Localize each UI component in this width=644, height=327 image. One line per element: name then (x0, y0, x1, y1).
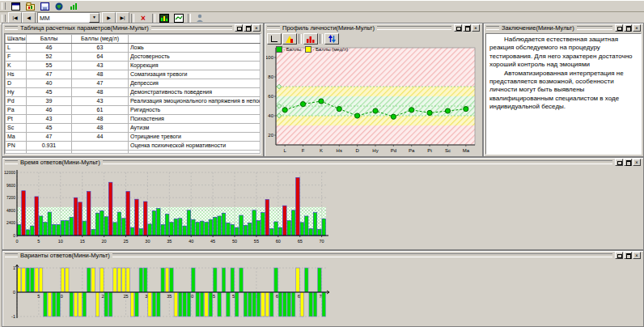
float-panel-icon[interactable] (454, 24, 462, 32)
header-line (577, 26, 612, 30)
svg-text:K: K (320, 148, 323, 153)
last-record-button[interactable]: ▶| (116, 12, 129, 23)
svg-text:40: 40 (268, 113, 273, 118)
table-row[interactable]: Ma4744Отрицание тревоги (6, 133, 261, 142)
open-report-icon[interactable] (23, 1, 36, 11)
panel-buttons: × (235, 24, 261, 32)
float-panel-icon[interactable] (615, 159, 623, 166)
parameters-table-container: ШкалыБаллыБаллы (мед/л) L4663ЛожьF5264До… (4, 33, 261, 155)
svg-text:45: 45 (210, 239, 215, 244)
maximize-panel-icon[interactable] (624, 24, 632, 32)
svg-text:1: 1 (13, 265, 15, 270)
subject-info-icon[interactable] (193, 13, 206, 23)
column-header[interactable]: Баллы (мед/л) (72, 35, 129, 44)
record-combobox[interactable]: ММ ▼ (37, 12, 100, 23)
response-times-chart: 0510152025303540455055606570024004800720… (4, 168, 642, 248)
maximize-panel-icon[interactable] (244, 24, 252, 32)
table-row[interactable]: Pd3943Реализация эмоционального напряжен… (6, 97, 261, 106)
panel-title: Профиль личности(Мини-Мульт) (282, 24, 375, 32)
close-panel-icon[interactable]: × (633, 24, 641, 32)
chart-toolbar (266, 33, 339, 45)
navigator-grip[interactable] (2, 15, 6, 22)
record-combobox-value: ММ (38, 15, 89, 22)
close-panel-icon[interactable]: × (633, 252, 641, 259)
panel-buttons: × (615, 159, 641, 166)
parameters-table[interactable]: ШкалыБаллыБаллы (мед/л) L4663ЛожьF5264До… (5, 34, 261, 154)
svg-text:4800: 4800 (6, 208, 15, 213)
svg-text:0: 0 (13, 233, 15, 238)
separator (188, 14, 191, 23)
next-record-button[interactable]: ▶ (102, 12, 116, 23)
globe-icon[interactable] (53, 1, 66, 11)
panel-title: Заключение(Мини-Мульт) (502, 24, 574, 32)
panel-parameters-table: Таблица расчетных параметров(Мини-Мульт)… (2, 23, 264, 157)
result-chart-icon[interactable] (158, 13, 171, 23)
svg-text:Pt: Pt (427, 148, 432, 153)
table-row[interactable]: Pa4661Ригидность (6, 106, 261, 115)
table-row[interactable]: F5264Достоверность (6, 53, 261, 62)
table-row[interactable]: D4047Депрессия (6, 79, 261, 88)
close-panel-icon[interactable]: × (633, 159, 641, 166)
table-row[interactable]: L4663Ложь (6, 44, 261, 53)
svg-text:5: 5 (37, 294, 40, 299)
maximize-panel-icon[interactable] (463, 24, 471, 32)
column-header[interactable]: Баллы (27, 35, 72, 44)
panel-buttons: × (615, 24, 641, 32)
svg-text:10: 10 (58, 239, 63, 244)
table-row[interactable]: K5543Коррекция (6, 62, 261, 70)
colored-zones-icon[interactable] (282, 33, 297, 45)
separator (320, 34, 323, 44)
svg-text:L: L (284, 148, 287, 153)
panel-header: Варианты ответов(Мини-Мульт) × (2, 251, 643, 260)
panel-buttons: × (454, 24, 480, 32)
sort-arrows-icon[interactable] (324, 33, 339, 45)
svg-text:20: 20 (102, 239, 107, 244)
chevron-down-icon[interactable]: ▼ (89, 13, 100, 23)
svg-text:0: 0 (13, 290, 15, 295)
close-panel-icon[interactable]: × (472, 24, 480, 32)
table-row[interactable]: Hy4548Демонстративность поведения (6, 88, 261, 97)
separator (131, 14, 134, 23)
header-line (486, 26, 499, 30)
float-panel-icon[interactable] (235, 24, 243, 32)
axes-mode-icon[interactable] (267, 33, 282, 45)
legend-swatch-green (276, 46, 282, 53)
delete-record-button[interactable]: × (137, 13, 150, 23)
statistics-icon[interactable] (67, 1, 80, 11)
svg-text:100: 100 (266, 55, 274, 60)
svg-text:30: 30 (145, 239, 150, 244)
table-row[interactable]: Hs4748Соматизация тревоги (6, 70, 261, 79)
float-panel-icon[interactable] (615, 24, 623, 32)
column-header[interactable]: Шкалы (6, 35, 27, 44)
prev-record-button[interactable]: ◀ (22, 12, 36, 23)
profile-view-icon[interactable] (172, 13, 185, 23)
new-window-icon[interactable] (9, 1, 22, 11)
app-window: { "toolbar": { "record_combo_value": "ММ… (0, 0, 644, 327)
conclusion-text[interactable]: Наблюдается естественная защитная реакци… (485, 33, 642, 155)
header-line (5, 253, 18, 257)
maximize-panel-icon[interactable] (624, 159, 632, 166)
svg-text:25: 25 (123, 294, 128, 299)
toolbar-grip[interactable] (2, 2, 6, 10)
panel-title: Варианты ответов(Мини-Мульт) (20, 252, 110, 260)
panel-header: Заключение(Мини-Мульт) × (484, 23, 643, 32)
close-panel-icon[interactable]: × (252, 24, 261, 32)
svg-text:20: 20 (268, 133, 273, 138)
first-record-button[interactable]: |◀ (8, 12, 22, 23)
table-row[interactable]: Pt4348Психастения (6, 115, 261, 124)
maximize-panel-icon[interactable] (624, 252, 632, 259)
separator (152, 14, 155, 23)
column-header[interactable] (129, 35, 261, 44)
svg-text:25: 25 (123, 239, 128, 244)
svg-text:60: 60 (276, 239, 281, 244)
chart-legend: - Баллы - Баллы (мед/л) (276, 46, 348, 53)
panel-buttons: × (615, 252, 641, 259)
header-line (151, 26, 232, 30)
table-row[interactable]: PN0.931Оценка психической нормативности (6, 142, 261, 151)
float-panel-icon[interactable] (615, 252, 623, 259)
table-row[interactable]: Sc4548Аутизм (6, 124, 261, 133)
panel-conclusion: Заключение(Мини-Мульт) × Наблюдается ест… (483, 23, 644, 157)
bar-view-icon[interactable] (303, 33, 318, 45)
legend-item-scores: - Баллы (276, 46, 301, 53)
save-report-icon[interactable] (38, 1, 51, 11)
